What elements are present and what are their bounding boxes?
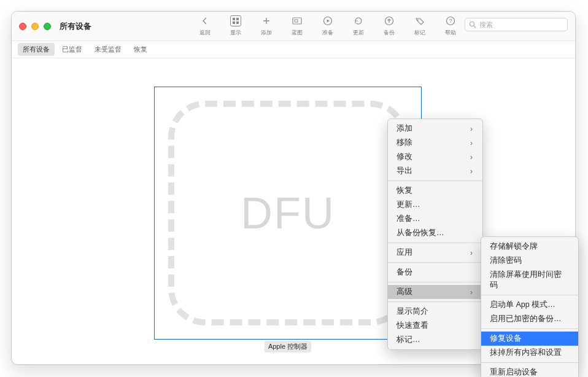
- app-window: 所有设备 返回 显示 添加 蓝图 准备: [11, 11, 576, 365]
- menu-separator: [388, 181, 482, 181]
- submenu-clear-password[interactable]: 清除密码: [481, 254, 578, 268]
- toolbar-back[interactable]: 返回: [190, 12, 220, 37]
- search-placeholder: 搜索: [479, 20, 493, 29]
- titlebar: 所有设备 返回 显示 添加 蓝图 准备: [12, 12, 575, 41]
- submenu-store-unlock-token[interactable]: 存储解锁令牌: [481, 239, 578, 254]
- svg-point-11: [470, 22, 474, 26]
- filter-supervised[interactable]: 已监督: [57, 43, 87, 56]
- menu-item-modify[interactable]: 修改›: [388, 150, 482, 164]
- device-mode-label: DFU: [155, 188, 421, 238]
- submenu-revive-device[interactable]: 修复设备: [481, 332, 578, 346]
- menu-separator: [388, 301, 482, 302]
- submenu-enable-encrypted-backup[interactable]: 启用已加密的备份…: [481, 312, 578, 326]
- toolbar-tag[interactable]: 标记: [404, 12, 435, 37]
- menu-separator: [481, 362, 578, 363]
- menu-item-apps[interactable]: 应用›: [388, 246, 482, 260]
- svg-rect-3: [236, 21, 239, 24]
- fullscreen-button[interactable]: [44, 23, 51, 30]
- toolbar-help[interactable]: ? 帮助: [435, 12, 466, 37]
- chevron-right-icon: ›: [470, 153, 473, 161]
- filter-unsupervised[interactable]: 未受监督: [90, 43, 126, 56]
- grid-icon: [230, 15, 241, 26]
- svg-rect-4: [293, 18, 301, 24]
- toolbar: 返回 显示 添加 蓝图 准备 更新: [190, 12, 466, 41]
- toolbar-update[interactable]: 更新: [343, 12, 374, 37]
- menu-separator: [481, 328, 578, 329]
- menu-separator: [388, 243, 482, 243]
- menu-item-get-info[interactable]: 显示简介: [388, 305, 482, 319]
- close-button[interactable]: [19, 23, 26, 30]
- toolbar-display[interactable]: 显示: [220, 12, 251, 37]
- device-tile[interactable]: DFU Apple 控制器: [154, 87, 422, 340]
- submenu-restart-device[interactable]: 重新启动设备: [481, 365, 578, 377]
- menu-item-restore-from-backup[interactable]: 从备份恢复…: [388, 226, 482, 240]
- help-circle-icon: ?: [445, 15, 456, 26]
- upload-circle-icon: [384, 15, 395, 26]
- submenu-clear-screentime-password[interactable]: 清除屏幕使用时间密码: [481, 268, 578, 292]
- menu-item-tag[interactable]: 标记…: [388, 333, 482, 347]
- menu-item-backup[interactable]: 备份: [388, 265, 482, 279]
- traffic-lights: [19, 23, 51, 30]
- play-circle-icon: [322, 15, 333, 26]
- toolbar-add[interactable]: 添加: [251, 12, 282, 37]
- tag-icon: [414, 15, 425, 26]
- chevron-right-icon: ›: [470, 288, 473, 297]
- search-field[interactable]: 搜索: [465, 18, 568, 31]
- search-icon: [469, 21, 476, 28]
- svg-rect-0: [233, 18, 235, 20]
- chevron-right-icon: ›: [470, 139, 473, 147]
- context-menu: 添加› 移除› 修改› 导出› 恢复 更新… 准备… 从备份恢复… 应用› 备份…: [387, 119, 483, 350]
- filter-recovery[interactable]: 恢复: [129, 43, 152, 56]
- menu-item-update[interactable]: 更新…: [388, 198, 482, 212]
- menu-separator: [388, 282, 482, 282]
- submenu-erase-all[interactable]: 抹掉所有内容和设置: [481, 346, 578, 360]
- menu-item-prepare[interactable]: 准备…: [388, 212, 482, 226]
- toolbar-backup[interactable]: 备份: [374, 12, 404, 37]
- submenu-single-app-mode[interactable]: 启动单 App 模式…: [481, 298, 578, 312]
- menu-item-restore[interactable]: 恢复: [388, 184, 482, 198]
- minimize-button[interactable]: [31, 23, 39, 30]
- svg-text:?: ?: [449, 18, 452, 24]
- menu-item-advanced[interactable]: 高级›: [388, 285, 482, 299]
- toolbar-blueprint[interactable]: 蓝图: [282, 12, 312, 37]
- menu-separator: [481, 295, 578, 295]
- svg-rect-1: [236, 18, 239, 20]
- menu-item-remove[interactable]: 移除›: [388, 136, 482, 150]
- filter-all-devices[interactable]: 所有设备: [18, 43, 55, 56]
- plus-icon: [261, 15, 272, 26]
- svg-point-8: [417, 20, 419, 21]
- svg-rect-5: [295, 20, 298, 22]
- chevron-right-icon: ›: [470, 125, 473, 133]
- chevron-right-icon: ›: [470, 167, 473, 176]
- filter-bar: 所有设备 已监督 未受监督 恢复: [12, 41, 575, 58]
- menu-item-add[interactable]: 添加›: [388, 122, 482, 136]
- menu-item-quick-look[interactable]: 快速查看: [388, 319, 482, 333]
- chevron-left-icon: [199, 15, 211, 26]
- menu-separator: [388, 262, 482, 263]
- refresh-icon: [353, 15, 364, 26]
- chevron-right-icon: ›: [470, 249, 473, 257]
- device-caption: Apple 控制器: [265, 341, 311, 352]
- advanced-submenu: 存储解锁令牌 清除密码 清除屏幕使用时间密码 启动单 App 模式… 启用已加密…: [481, 236, 579, 377]
- toolbar-prepare[interactable]: 准备: [312, 12, 343, 37]
- svg-rect-2: [233, 21, 235, 24]
- window-title: 所有设备: [60, 21, 91, 32]
- menu-item-export[interactable]: 导出›: [388, 164, 482, 178]
- blueprint-icon: [292, 15, 303, 26]
